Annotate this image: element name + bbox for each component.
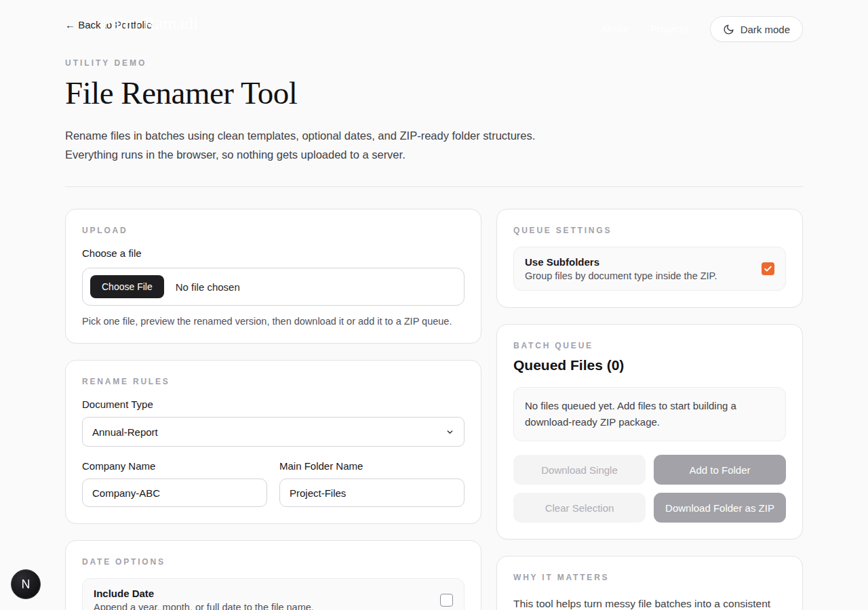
queue-settings-card: QUEUE SETTINGS Use Subfolders Group file… — [496, 209, 803, 308]
queue-actions: Download Single Add to Folder Clear Sele… — [513, 455, 786, 523]
upload-card: UPLOAD Choose a file Choose File No file… — [65, 209, 481, 344]
rename-rules-section-label: RENAME RULES — [82, 377, 465, 386]
use-subfolders-title: Use Subfolders — [525, 256, 717, 268]
choose-file-button[interactable]: Choose File — [90, 275, 164, 298]
why-text: This tool helps turn messy file batches … — [513, 594, 786, 610]
moon-icon — [723, 24, 734, 35]
back-to-portfolio-link[interactable]: ← Back to Portfolio — [65, 19, 152, 30]
download-single-button[interactable]: Download Single — [513, 455, 646, 485]
choose-file-label: Choose a file — [82, 247, 465, 259]
file-chosen-status: No file chosen — [176, 281, 240, 293]
name-fields-row: Company Name Main Folder Name — [82, 460, 465, 507]
dark-mode-label: Dark mode — [741, 24, 790, 35]
description-line-2: Everything runs in the browser, so nothi… — [65, 148, 406, 161]
use-subfolders-text: Use Subfolders Group files by document t… — [525, 256, 717, 281]
use-subfolders-checkbox[interactable] — [762, 262, 774, 275]
left-column: UPLOAD Choose a file Choose File No file… — [65, 209, 481, 610]
nav-link-projects[interactable]: Projects — [650, 23, 688, 35]
include-date-title: Include Date — [94, 588, 314, 599]
date-options-card: DATE OPTIONS Include Date Append a year,… — [65, 540, 481, 610]
download-folder-zip-button[interactable]: Download Folder as ZIP — [654, 493, 786, 523]
site-header: Fahri Ramadi ← Back to Portfolio About P… — [0, 0, 868, 47]
page-title: File Renamer Tool — [65, 75, 803, 111]
nextjs-dev-badge[interactable]: N — [11, 569, 41, 599]
date-options-section-label: DATE OPTIONS — [82, 557, 465, 567]
document-type-selected-value: Annual-Report — [92, 426, 158, 438]
include-date-row[interactable]: Include Date Append a year, month, or fu… — [82, 578, 465, 610]
document-type-select[interactable]: Annual-Report — [82, 417, 465, 447]
document-type-label: Document Type — [82, 399, 465, 410]
rename-rules-card: RENAME RULES Document Type Annual-Report… — [65, 360, 481, 524]
dark-mode-toggle-button[interactable]: Dark mode — [710, 16, 803, 42]
header-nav: About Projects Dark mode — [601, 16, 803, 42]
company-name-input[interactable] — [82, 479, 267, 507]
queue-empty-message: No files queued yet. Add files to start … — [513, 387, 786, 441]
description-line-1: Rename files in batches using clean temp… — [65, 129, 535, 142]
company-name-label: Company Name — [82, 460, 267, 472]
include-date-text: Include Date Append a year, month, or fu… — [94, 588, 314, 610]
company-name-field-group: Company Name — [82, 460, 267, 507]
nextjs-n-logo: N — [22, 577, 31, 592]
why-section-label: WHY IT MATTERS — [513, 573, 786, 582]
right-column: QUEUE SETTINGS Use Subfolders Group file… — [496, 209, 803, 610]
content-grid: UPLOAD Choose a file Choose File No file… — [65, 209, 803, 610]
checkmark-icon — [764, 264, 772, 273]
why-it-matters-card: WHY IT MATTERS This tool helps turn mess… — [496, 556, 803, 610]
add-to-folder-button[interactable]: Add to Folder — [654, 455, 786, 485]
batch-queue-card: BATCH QUEUE Queued Files (0) No files qu… — [496, 324, 803, 540]
use-subfolders-description: Group files by document type inside the … — [525, 270, 717, 281]
eyebrow-label: UTILITY DEMO — [65, 58, 803, 68]
upload-section-label: UPLOAD — [82, 226, 465, 235]
main-folder-name-input[interactable] — [279, 479, 465, 507]
chevron-down-icon — [446, 428, 454, 436]
main-folder-name-label: Main Folder Name — [279, 460, 465, 472]
file-input[interactable]: Choose File No file chosen — [82, 268, 465, 306]
clear-selection-button[interactable]: Clear Selection — [513, 493, 646, 523]
include-date-checkbox[interactable] — [440, 594, 453, 607]
batch-queue-section-label: BATCH QUEUE — [513, 341, 786, 350]
header-divider — [65, 186, 803, 187]
upload-help-text: Pick one file, preview the renamed versi… — [82, 316, 465, 327]
queue-settings-section-label: QUEUE SETTINGS — [513, 226, 786, 235]
queued-files-heading: Queued Files (0) — [513, 357, 786, 373]
page-description: Rename files in batches using clean temp… — [65, 126, 803, 164]
use-subfolders-row[interactable]: Use Subfolders Group files by document t… — [513, 247, 786, 291]
nav-link-about[interactable]: About — [601, 23, 629, 35]
main-folder-field-group: Main Folder Name — [279, 460, 465, 507]
include-date-description: Append a year, month, or full date to th… — [94, 602, 314, 610]
